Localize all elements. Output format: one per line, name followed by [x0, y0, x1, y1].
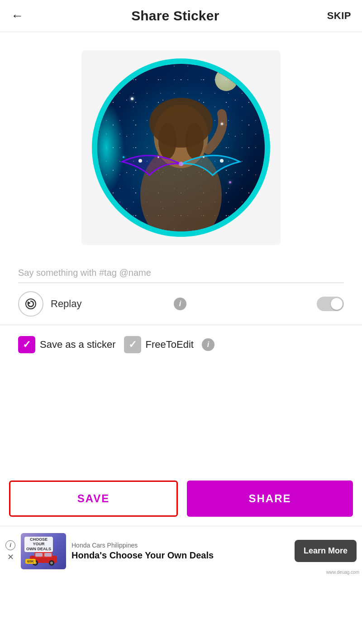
caption-section	[0, 254, 362, 283]
ad-title: Honda's Choose Your Own Deals	[71, 550, 289, 561]
svg-marker-11	[28, 302, 30, 304]
sticker-image	[97, 64, 265, 231]
ad-banner: i ✕ CHOOSEYOUROWN DEALS 60K Honda Cars P…	[0, 526, 362, 576]
replay-icon-button[interactable]	[18, 291, 43, 317]
save-sticker-checkbox-box: ✓	[18, 336, 35, 353]
ad-amount-text: 60K	[25, 559, 36, 564]
main-content: Replay i ✓ Save as a sticker ✓ FreeToEdi…	[0, 32, 362, 576]
caption-input[interactable]	[18, 263, 344, 283]
bottom-buttons: SAVE SHARE	[0, 472, 362, 525]
page-title: Share Sticker	[131, 8, 219, 24]
ad-image: CHOOSEYOUROWN DEALS 60K	[21, 533, 66, 569]
save-button[interactable]: SAVE	[9, 481, 178, 517]
svg-point-7	[179, 162, 183, 166]
replay-toggle[interactable]	[317, 297, 344, 311]
replay-row: Replay i	[0, 283, 362, 325]
svg-rect-19	[44, 553, 52, 557]
header: ← Share Sticker SKIP	[0, 0, 362, 32]
ad-controls: i ✕	[5, 540, 15, 562]
free-to-edit-label: FreeToEdit	[146, 339, 194, 351]
learn-more-button[interactable]: Learn More	[295, 540, 357, 562]
svg-point-17	[50, 562, 53, 564]
share-button[interactable]: SHARE	[187, 481, 353, 517]
replay-info-icon[interactable]: i	[174, 298, 186, 310]
free-to-edit-checkbox-box: ✓	[124, 336, 141, 353]
svg-rect-18	[35, 553, 43, 557]
svg-point-9	[203, 156, 205, 158]
ad-close-button[interactable]: ✕	[5, 552, 15, 562]
svg-point-10	[26, 299, 36, 309]
free-to-edit-checkmark: ✓	[129, 339, 137, 351]
sticker-container	[0, 32, 362, 254]
skip-button[interactable]: SKIP	[327, 10, 351, 22]
save-sticker-label: Save as a sticker	[40, 339, 116, 351]
replay-label: Replay	[51, 298, 167, 310]
save-sticker-checkbox[interactable]: ✓ Save as a sticker	[18, 336, 116, 353]
ad-brand: Honda Cars Philippines	[71, 542, 289, 549]
free-to-edit-checkbox[interactable]: ✓ FreeToEdit	[124, 336, 194, 353]
watermark: www.deuag.com	[326, 570, 359, 575]
svg-point-5	[138, 159, 142, 163]
free-to-edit-info-icon[interactable]: i	[202, 338, 214, 351]
checkboxes-row: ✓ Save as a sticker ✓ FreeToEdit i	[0, 325, 362, 364]
sticker-frame	[81, 50, 281, 245]
svg-point-8	[157, 156, 159, 158]
svg-point-6	[220, 159, 224, 163]
toggle-knob	[331, 298, 343, 310]
ad-text: Honda Cars Philippines Honda's Choose Yo…	[71, 542, 289, 561]
back-button[interactable]: ←	[11, 9, 24, 23]
ad-info-button[interactable]: i	[5, 540, 15, 550]
save-sticker-checkmark: ✓	[23, 339, 31, 351]
